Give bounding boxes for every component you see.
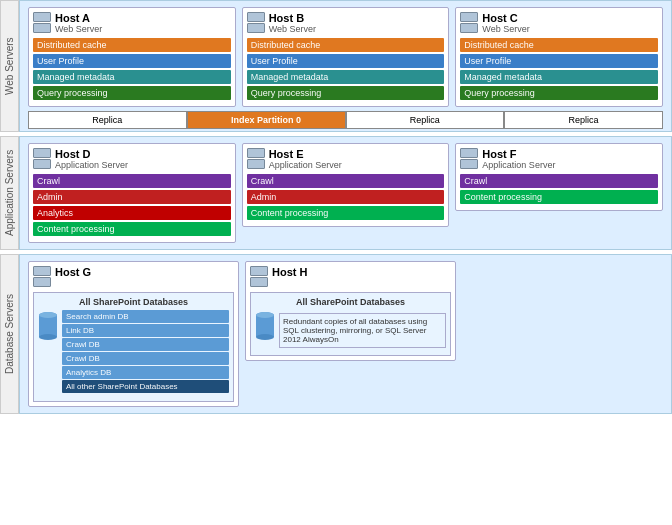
web-servers-section: Web Servers Host A Web Server — [0, 0, 672, 132]
svg-point-2 — [39, 334, 57, 340]
replica-b: Replica — [346, 111, 505, 129]
web-servers-label: Web Servers — [0, 0, 19, 132]
host-a-type: Web Server — [55, 24, 102, 34]
svg-point-3 — [39, 312, 57, 318]
host-d-admin: Admin — [33, 190, 231, 204]
host-f-header: Host F Application Server — [460, 148, 658, 170]
server-icon-g — [33, 266, 51, 288]
host-c-service-3: Query processing — [460, 86, 658, 100]
db-analytics: Analytics DB — [62, 366, 229, 379]
host-b-title: Host B Web Server — [269, 12, 316, 34]
db-crawl-1: Crawl DB — [62, 338, 229, 351]
host-e-crawl: Crawl — [247, 174, 445, 188]
web-section-content: Host A Web Server Distributed cache User… — [19, 0, 672, 132]
host-g-title: Host G — [55, 266, 91, 278]
server-icon-e-top — [247, 148, 265, 158]
host-h-db-row: Redundant copies of all databases using … — [255, 310, 446, 348]
server-icon-c-bottom — [460, 23, 478, 33]
server-icon-e-bottom — [247, 159, 265, 169]
server-icon-d-bottom — [33, 159, 51, 169]
host-e-name: Host E — [269, 148, 342, 160]
host-d-header: Host D Application Server — [33, 148, 231, 170]
host-b-name: Host B — [269, 12, 316, 24]
host-b-header: Host B Web Server — [247, 12, 445, 34]
host-d-content: Content processing — [33, 222, 231, 236]
server-icon-e — [247, 148, 265, 170]
host-b-service-1: User Profile — [247, 54, 445, 68]
server-icon-d — [33, 148, 51, 170]
app-servers-section: Application Servers Host D Application S… — [0, 136, 672, 250]
db-cylinder-g — [38, 310, 58, 342]
host-h-inner: All SharePoint Databases Redundant copie… — [250, 292, 451, 356]
host-c-service-2: Managed metadata — [460, 70, 658, 84]
host-a-box: Host A Web Server Distributed cache User… — [28, 7, 236, 107]
host-f-type: Application Server — [482, 160, 555, 170]
host-a-service-3: Query processing — [33, 86, 231, 100]
host-a-name: Host A — [55, 12, 102, 24]
host-d-type: Application Server — [55, 160, 128, 170]
host-d-analytics: Analytics — [33, 206, 231, 220]
host-c-title: Host C Web Server — [482, 12, 529, 34]
host-e-type: Application Server — [269, 160, 342, 170]
index-partition: Index Partition 0 — [187, 111, 346, 129]
host-d-title: Host D Application Server — [55, 148, 128, 170]
host-b-service-2: Managed metadata — [247, 70, 445, 84]
server-icon-c-top — [460, 12, 478, 22]
server-icon-top — [33, 12, 51, 22]
server-icon-f — [460, 148, 478, 170]
host-h-header: Host H — [250, 266, 451, 288]
svg-point-6 — [256, 334, 274, 340]
host-b-service-0: Distributed cache — [247, 38, 445, 52]
server-icon-g-bottom — [33, 277, 51, 287]
host-g-inner: All SharePoint Databases Search admin — [33, 292, 234, 402]
host-c-header: Host C Web Server — [460, 12, 658, 34]
replica-a: Replica — [28, 111, 187, 129]
db-servers-section: Database Servers Host G All SharePoint D… — [0, 254, 672, 414]
db-cylinder-h — [255, 310, 275, 342]
host-f-name: Host F — [482, 148, 555, 160]
db-section-content: Host G All SharePoint Databases — [19, 254, 672, 414]
app-servers-label: Application Servers — [0, 136, 19, 250]
server-icon-b-top — [247, 12, 265, 22]
host-d-crawl: Crawl — [33, 174, 231, 188]
host-f-crawl: Crawl — [460, 174, 658, 188]
host-e-box: Host E Application Server Crawl Admin Co… — [242, 143, 450, 227]
host-b-service-3: Query processing — [247, 86, 445, 100]
server-icon-d-top — [33, 148, 51, 158]
host-f-title: Host F Application Server — [482, 148, 555, 170]
web-hosts-row: Host A Web Server Distributed cache User… — [28, 7, 663, 107]
host-g-db-list: Search admin DB Link DB Crawl DB Crawl D… — [62, 310, 229, 394]
db-crawl-2: Crawl DB — [62, 352, 229, 365]
server-icon-f-bottom — [460, 159, 478, 169]
host-e-admin: Admin — [247, 190, 445, 204]
host-a-service-0: Distributed cache — [33, 38, 231, 52]
server-icon-c — [460, 12, 478, 34]
host-c-name: Host C — [482, 12, 529, 24]
host-a-service-1: User Profile — [33, 54, 231, 68]
svg-rect-5 — [256, 315, 274, 337]
host-d-box: Host D Application Server Crawl Admin An… — [28, 143, 236, 243]
host-g-name: Host G — [55, 266, 91, 278]
svg-rect-1 — [39, 315, 57, 337]
host-a-service-2: Managed metadata — [33, 70, 231, 84]
host-g-box: Host G All SharePoint Databases — [28, 261, 239, 407]
host-h-name: Host H — [272, 266, 307, 278]
host-g-db-row: Search admin DB Link DB Crawl DB Crawl D… — [38, 310, 229, 394]
svg-point-7 — [256, 312, 274, 318]
db-link: Link DB — [62, 324, 229, 337]
host-e-header: Host E Application Server — [247, 148, 445, 170]
host-d-name: Host D — [55, 148, 128, 160]
server-icon-h-top — [250, 266, 268, 276]
server-icon-h-bottom — [250, 277, 268, 287]
db-search-admin: Search admin DB — [62, 310, 229, 323]
host-b-box: Host B Web Server Distributed cache User… — [242, 7, 450, 107]
host-a-header: Host A Web Server — [33, 12, 231, 34]
host-h-title: Host H — [272, 266, 307, 278]
host-h-redundant-text: Redundant copies of all databases using … — [279, 313, 446, 348]
host-g-inner-title: All SharePoint Databases — [38, 297, 229, 307]
db-all-other: All other SharePoint Databases — [62, 380, 229, 393]
replica-c: Replica — [504, 111, 663, 129]
host-c-type: Web Server — [482, 24, 529, 34]
server-icon-f-top — [460, 148, 478, 158]
host-g-header: Host G — [33, 266, 234, 288]
